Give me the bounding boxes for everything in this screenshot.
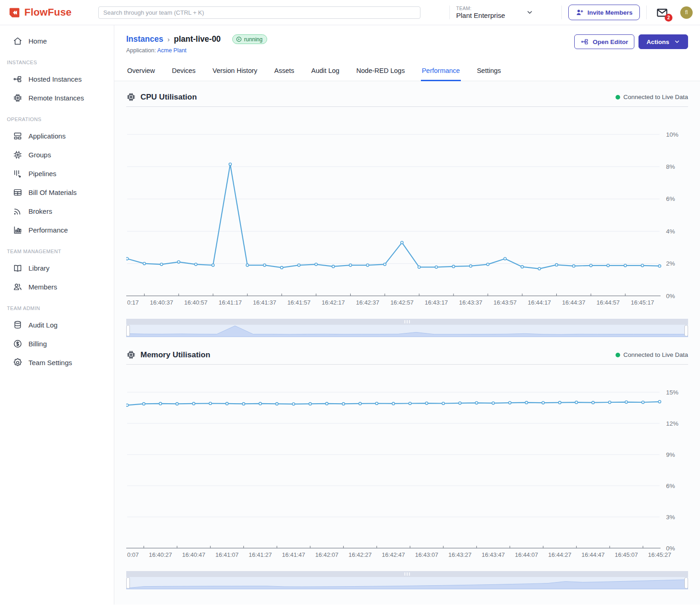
actions-label: Actions: [646, 39, 669, 45]
data-point: [590, 264, 593, 267]
home-icon: [13, 36, 22, 46]
breadcrumb-separator: ›: [168, 35, 170, 43]
sidebar-item-team-settings[interactable]: Team Settings: [0, 353, 114, 372]
cpu-chart-range-slider[interactable]: [126, 319, 688, 339]
data-point: [332, 265, 335, 268]
y-axis-label: 0%: [666, 545, 675, 552]
x-axis-label: 16:42:37: [356, 299, 380, 306]
cpu-chart-svg: 0%2%4%6%8%10%0:1716:40:3716:40:5716:41:1…: [126, 107, 688, 310]
tab-devices[interactable]: Devices: [171, 63, 196, 81]
flowfuse-logo[interactable]: FlowFuse: [8, 6, 72, 19]
brush-handle-left[interactable]: [127, 577, 130, 588]
notifications-button[interactable]: 2: [656, 6, 668, 19]
data-point: [159, 402, 162, 405]
data-point: [492, 402, 495, 405]
data-point: [521, 266, 524, 268]
cpu-section-header: CPU Utilisation Connected to Live Data: [126, 89, 688, 107]
application-link[interactable]: Acme Plant: [157, 47, 186, 54]
data-point: [572, 265, 575, 267]
data-point: [315, 263, 318, 266]
breadcrumb: Instances › plant-live-00 running: [126, 34, 267, 44]
billing-icon: [13, 339, 22, 349]
sidebar-item-applications[interactable]: Applications: [0, 127, 114, 145]
invite-members-label: Invite Members: [588, 9, 633, 16]
brush-grip[interactable]: [409, 572, 410, 576]
play-circle-icon: [236, 36, 242, 42]
sidebar-item-pipelines[interactable]: Pipelines: [0, 164, 114, 183]
cpu-utilisation-chart: 0%2%4%6%8%10%0:1716:40:3716:40:5716:41:1…: [126, 107, 688, 311]
open-editor-button[interactable]: Open Editor: [574, 34, 634, 49]
performance-content: CPU Utilisation Connected to Live Data 0…: [114, 81, 700, 605]
sidebar-item-brokers[interactable]: Brokers: [0, 202, 114, 221]
sidebar-item-library[interactable]: Library: [0, 259, 114, 278]
sidebar-item-members[interactable]: Members: [0, 278, 114, 296]
data-point: [442, 402, 445, 405]
sidebar-item-label: Hosted Instances: [28, 75, 82, 83]
data-point: [263, 264, 266, 266]
tab-audit-log[interactable]: Audit Log: [310, 63, 340, 81]
sidebar-item-audit-log[interactable]: Audit Log: [0, 316, 114, 334]
sidebar-item-label: Applications: [28, 132, 66, 140]
sidebar-item-label: Members: [28, 283, 57, 291]
mem-brush-svg[interactable]: [126, 571, 688, 589]
actions-button[interactable]: Actions: [638, 34, 688, 49]
sidebar-item-remote-instances[interactable]: Remote Instances: [0, 89, 114, 107]
brush-grip[interactable]: [404, 320, 405, 323]
x-axis-label: 16:42:27: [348, 551, 372, 558]
x-axis-label: 16:43:07: [415, 551, 438, 558]
brush-handle-right[interactable]: [685, 325, 688, 336]
live-status-dot: [616, 95, 620, 100]
sidebar-item-label: Home: [28, 37, 47, 45]
breadcrumb-instances-link[interactable]: Instances: [126, 34, 163, 44]
data-point: [555, 264, 558, 266]
x-axis-label: 16:43:17: [425, 299, 448, 306]
x-axis-label: 0:17: [127, 299, 139, 306]
cpu-brush-svg[interactable]: [126, 319, 688, 337]
tab-node-red-logs[interactable]: Node-RED Logs: [355, 63, 406, 81]
top-bar: FlowFuse TEAM: Plant Enterprise Invite M…: [0, 0, 700, 25]
invite-members-button[interactable]: Invite Members: [568, 5, 640, 20]
pipelines-icon: [13, 169, 22, 178]
brush-grip[interactable]: [407, 320, 408, 323]
data-point: [342, 403, 345, 405]
sidebar-section-label: OPERATIONS: [0, 107, 114, 127]
x-axis-label: 16:45:07: [615, 551, 638, 558]
brush-grip[interactable]: [409, 320, 410, 323]
team-selector[interactable]: TEAM: Plant Enterprise: [456, 6, 555, 19]
tab-version-history[interactable]: Version History: [212, 63, 258, 81]
x-axis-label: 16:42:57: [390, 299, 414, 306]
data-point: [470, 265, 472, 267]
open-editor-label: Open Editor: [593, 39, 628, 45]
sidebar-item-home[interactable]: Home: [0, 32, 114, 50]
x-axis-label: 16:44:07: [515, 551, 538, 558]
data-point: [366, 264, 369, 266]
sidebar-item-billing[interactable]: Billing: [0, 334, 114, 353]
team-settings-icon: [13, 358, 22, 367]
tab-assets[interactable]: Assets: [274, 63, 296, 81]
brush-handle-left[interactable]: [127, 325, 130, 336]
data-point: [143, 262, 146, 265]
tab-settings[interactable]: Settings: [476, 63, 502, 81]
brush-grip[interactable]: [407, 572, 408, 576]
sidebar-section-label: TEAM MANAGEMENT: [0, 239, 114, 259]
sidebar-item-groups[interactable]: Groups: [0, 145, 114, 164]
sidebar-item-performance[interactable]: Performance: [0, 221, 114, 239]
memory-chart-title: Memory Utilisation: [140, 350, 210, 360]
x-axis-label: 16:41:07: [215, 551, 239, 558]
brush-grip[interactable]: [404, 572, 405, 576]
x-axis-label: 16:40:37: [150, 299, 174, 306]
sidebar-item-bill-of-materials[interactable]: Bill Of Materials: [0, 183, 114, 202]
x-axis-label: 16:44:37: [562, 299, 586, 306]
tab-overview[interactable]: Overview: [126, 63, 156, 81]
x-axis-label: 16:44:27: [548, 551, 571, 558]
memory-chart-range-slider[interactable]: [126, 571, 688, 591]
brush-handle-right[interactable]: [685, 577, 688, 588]
tab-performance[interactable]: Performance: [421, 63, 461, 81]
sidebar-item-label: Billing: [28, 340, 47, 348]
search-input[interactable]: [98, 6, 420, 19]
sidebar-item-hosted-instances[interactable]: Hosted Instances: [0, 70, 114, 89]
avatar[interactable]: fl: [680, 6, 693, 19]
data-point: [209, 402, 212, 405]
page-header: Instances › plant-live-00 running Applic…: [114, 25, 700, 54]
mem-chart-svg: 0%3%6%9%12%15%0:0716:40:2716:40:4716:41:…: [126, 365, 688, 562]
